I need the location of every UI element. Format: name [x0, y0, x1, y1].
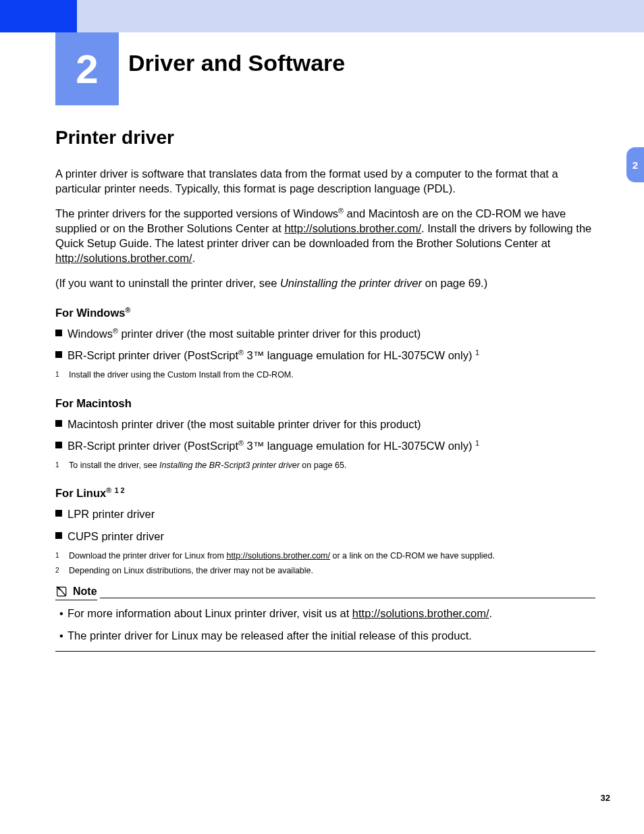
footnote-linux-2: 2 Depending on Linux distributions, the … [55, 565, 595, 576]
footnote-number: 1 [55, 550, 69, 561]
text: For Windows [55, 307, 125, 319]
bullet-text: CUPS printer driver [68, 529, 164, 544]
footnote-linux-1: 1 Download the printer driver for Linux … [55, 550, 595, 561]
text: on page 69.) [422, 277, 487, 289]
bullet-text: Macintosh printer driver (the most suita… [68, 417, 421, 432]
text: 3™ language emulation for HL-3075CW only… [244, 440, 475, 452]
note-icon [55, 585, 69, 598]
footnote-mac-1: 1 To install the driver, see Installing … [55, 460, 595, 471]
text: . [489, 607, 493, 619]
reg-mark: ® [125, 305, 130, 313]
square-bullet-icon [55, 442, 62, 448]
bullet-win-1: Windows® printer driver (the most suitab… [55, 326, 595, 341]
text: 3™ language emulation for HL-3075CW only… [244, 349, 475, 361]
paragraph-drivers: The printer drivers for the supported ve… [55, 206, 595, 266]
bullet-win-2: BR-Script printer driver (PostScript® 3™… [55, 348, 595, 363]
note-body: • For more information about Linux print… [55, 606, 595, 652]
footnote-text: Depending on Linux distributions, the dr… [69, 565, 313, 576]
reg-mark: ® [113, 326, 118, 334]
text: or a link on the CD-ROM we have supplied… [330, 551, 495, 561]
reg-mark: ® [338, 206, 344, 214]
text: The printer drivers for the supported ve… [55, 207, 338, 219]
bullet-text: For more information about Linux printer… [68, 606, 492, 621]
xref-uninstall[interactable]: Uninstalling the printer driver [280, 277, 422, 289]
text: To install the driver, see [69, 461, 159, 470]
page-content: Printer driver A printer driver is softw… [55, 127, 595, 652]
footnote-number: 2 [55, 565, 69, 576]
subhead-linux: For Linux® 1 2 [55, 487, 595, 500]
bullet-text: The printer driver for Linux may be rele… [68, 628, 472, 643]
subhead-mac: For Macintosh [55, 397, 595, 410]
text: (If you want to uninstall the printer dr… [55, 277, 280, 289]
bullet-linux-1: LPR printer driver [55, 506, 595, 521]
footnote-text: To install the driver, see Installing th… [69, 460, 346, 471]
text: on page 65. [300, 461, 347, 470]
square-bullet-icon [55, 532, 62, 539]
footnote-ref-1: 1 [475, 348, 479, 357]
text: BR-Script printer driver (PostScript [68, 349, 238, 361]
footnote-number: 1 [55, 369, 69, 380]
footnote-win-1: 1 Install the driver using the Custom In… [55, 369, 595, 380]
bullet-mac-1: Macintosh printer driver (the most suita… [55, 417, 595, 432]
text: For Linux [55, 487, 106, 499]
bullet-text: Windows® printer driver (the most suitab… [68, 326, 421, 341]
link-solutions-4[interactable]: http://solutions.brother.com/ [352, 607, 489, 619]
text: printer driver (the most suitable printe… [118, 328, 421, 340]
link-solutions-2[interactable]: http://solutions.brother.com/ [55, 252, 192, 264]
square-bullet-icon [55, 330, 62, 336]
dot-bullet-icon: • [55, 606, 68, 621]
footnote-text: Download the printer driver for Linux fr… [69, 550, 495, 561]
note-bullet-2: • The printer driver for Linux may be re… [55, 628, 595, 643]
bullet-mac-2: BR-Script printer driver (PostScript® 3™… [55, 438, 595, 453]
footnote-ref-12: 1 2 [115, 486, 125, 494]
square-bullet-icon [55, 420, 62, 427]
note-title: Note [73, 585, 97, 598]
bullet-linux-2: CUPS printer driver [55, 529, 595, 544]
footnote-ref-1: 1 [475, 438, 479, 446]
footnote-number: 1 [55, 460, 69, 471]
link-solutions-1[interactable]: http://solutions.brother.com/ [284, 222, 421, 234]
reg-mark: ® [238, 348, 244, 357]
section-heading: Printer driver [55, 127, 595, 149]
page-number: 32 [601, 793, 610, 803]
note-top-rule: Note [55, 585, 595, 600]
side-tab-label: 2 [633, 159, 638, 171]
text: Windows [68, 328, 113, 340]
text: BR-Script printer driver (PostScript [68, 440, 238, 452]
link-solutions-3[interactable]: http://solutions.brother.com/ [226, 551, 330, 561]
xref-brscript[interactable]: Installing the BR-Script3 printer driver [159, 461, 300, 470]
reg-mark: ® [106, 486, 111, 494]
square-bullet-icon [55, 510, 62, 517]
chapter-number: 2 [76, 46, 98, 93]
chapter-number-box: 2 [55, 32, 119, 105]
header-accent-left [0, 0, 77, 32]
note-bullet-1: • For more information about Linux print… [55, 606, 595, 621]
chapter-title: Driver and Software [128, 50, 345, 76]
square-bullet-icon [55, 351, 62, 358]
header-accent-right [77, 0, 644, 32]
paragraph-intro: A printer driver is software that transl… [55, 166, 595, 197]
dot-bullet-icon: • [55, 628, 68, 643]
paragraph-uninstall: (If you want to uninstall the printer dr… [55, 276, 595, 290]
text: Download the printer driver for Linux fr… [69, 551, 226, 561]
text: . [192, 252, 196, 264]
reg-mark: ® [238, 438, 244, 446]
bullet-text: LPR printer driver [68, 506, 155, 521]
footnote-text: Install the driver using the Custom Inst… [69, 369, 294, 380]
bullet-text: BR-Script printer driver (PostScript® 3™… [68, 438, 479, 453]
bullet-text: BR-Script printer driver (PostScript® 3™… [68, 348, 479, 363]
subhead-windows: For Windows® [55, 307, 595, 319]
side-tab: 2 [626, 147, 644, 182]
text: For more information about Linux printer… [68, 607, 352, 619]
